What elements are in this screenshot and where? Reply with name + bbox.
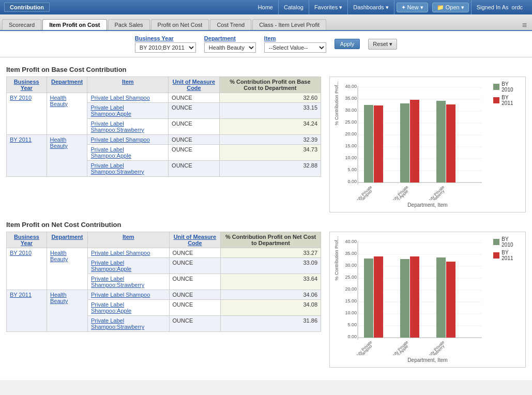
svg-text:40.00: 40.00 [345,239,357,244]
tab-class-item-level-profit[interactable]: Class - Item Level Profit [252,19,326,30]
cell-item[interactable]: Private Label Shampoo:Apple [87,145,169,161]
legend2-item-by2010: BY 2010 [493,236,521,248]
svg-text:20.00: 20.00 [345,286,357,292]
chart2-container: % Contribution Prof... 40.00 35.00 30.00… [334,236,521,355]
cell-dept[interactable]: Health Beauty [47,290,87,332]
cell-item[interactable]: Private Label Shampoo:Strawberry [87,119,169,135]
col-header-dept1[interactable]: Department [47,77,87,93]
cell-year[interactable]: BY 2010 [7,248,47,290]
cell-uom: OUNCE [169,290,221,300]
cell-item[interactable]: Private Label Shampoo:Apple [87,258,169,274]
tab-scorecard[interactable]: Scorecard [2,19,41,30]
svg-text:30.00: 30.00 [345,108,357,113]
bar-g1-by2010 [364,105,373,183]
tab-cost-trend[interactable]: Cost Trend [210,19,251,30]
tab-overflow-icon[interactable]: ≡ [519,21,530,30]
cell-uom: OUNCE [169,316,221,332]
cell-year[interactable]: BY 2011 [7,135,47,177]
svg-text:5.00: 5.00 [347,167,357,172]
cell-item[interactable]: Private Label Shampoo:Apple [87,300,169,316]
cell-item[interactable]: Private Label Shampoo:Strawberry [87,274,169,290]
tab-bar: Scorecard Item Profit on Cost Pack Sales… [0,14,532,31]
chart1-container: % Contribution Prof... 40.00 35.00 30.00… [334,81,521,200]
nav-favorites[interactable]: Favorites ▾ [309,0,348,14]
table-row: BY 2010 Health Beauty Private Label Sham… [7,248,321,258]
reset-button[interactable]: Reset ▾ [368,39,397,50]
open-button[interactable]: 📁 Open ▾ [432,3,469,12]
tab-profit-on-net-cost[interactable]: Profit on Net Cost [151,19,209,30]
cell-pct: 33.09 [221,258,321,274]
cell-uom: OUNCE [169,93,220,103]
bar-g2-by2011 [410,100,419,183]
bar-g3-by2011 [446,104,455,183]
cell-item[interactable]: Private Label Shampoo [87,248,169,258]
cell-item[interactable]: Private Label Shampoo [87,93,169,103]
cell-item[interactable]: Private Label Shampoo:Apple [87,103,169,119]
bar2-g2-by2010 [400,259,409,338]
col-header-item2[interactable]: Item [87,232,169,248]
main-content: Item Profit on Base Cost Contribution Bu… [0,57,532,380]
cell-dept[interactable]: Health Beauty [47,93,87,135]
cell-item[interactable]: Private Label Shampoo [87,135,169,145]
col-header-uom1[interactable]: Unit of Measure Code [169,77,220,93]
cell-dept[interactable]: Health Beauty [47,248,87,290]
filter-item: Item --Select Value-- [264,35,326,53]
tab-item-profit-on-cost[interactable]: Item Profit on Cost [42,19,107,30]
cell-year[interactable]: BY 2011 [7,290,47,332]
department-select[interactable]: Health Beauty [204,42,256,53]
col-header-year1[interactable]: Business Year [7,77,47,93]
col-header-pct1: % Contribution Profit on Base Cost to De… [219,77,321,93]
cell-item[interactable]: Private Label Shampoo [87,290,169,300]
nav-home[interactable]: Home [253,0,279,14]
col-header-item1[interactable]: Item [87,77,169,93]
col-header-dept2[interactable]: Department [47,232,87,248]
cell-item[interactable]: Private Label Shampoo:Strawberry [87,316,169,332]
item-label: Item [264,35,326,41]
cell-year[interactable]: BY 2010 [7,93,47,135]
legend-item-by2011: BY 2011 [493,95,521,106]
chart2-legend: BY 2010 BY 2011 [493,236,521,261]
business-year-label: Business Year [135,35,196,41]
col-header-year2[interactable]: Business Year [7,232,47,248]
nav-catalog[interactable]: Catalog [279,0,309,14]
chart1-ylabel: % Contribution Prof... [334,81,339,126]
cell-uom: OUNCE [169,145,220,161]
signed-in-label: Signed In As ordc [471,0,528,14]
filter-department: Department Health Beauty [204,35,256,53]
section1-table: Business Year Department Item Unit of Me… [6,77,321,177]
svg-text:40.00: 40.00 [345,84,357,89]
svg-text:30.00: 30.00 [345,263,357,268]
section1-row: Business Year Department Item Unit of Me… [6,77,526,212]
apply-button[interactable]: Apply [335,39,360,49]
business-year-select[interactable]: BY 2010;BY 2011 [135,42,196,53]
bar-g1-by2011 [374,105,383,183]
legend-label-by2010: BY 2010 [501,81,521,93]
svg-text:0.00: 0.00 [347,334,357,339]
legend2-color-by2011 [493,252,499,259]
bar2-g3-by2011 [446,262,455,338]
legend2-color-by2010 [493,239,499,245]
cell-dept[interactable]: Health Beauty [47,135,87,177]
cell-uom: OUNCE [169,258,221,274]
item-select[interactable]: --Select Value-- [264,42,326,53]
section1-table-container: Business Year Department Item Unit of Me… [6,77,321,212]
legend-color-by2010 [493,84,499,90]
table-row: BY 2011 Health Beauty Private Label Sham… [7,135,321,145]
table-row: BY 2010 Health Beauty Private Label Sham… [7,93,321,103]
col-header-uom2[interactable]: Unit of Measure Code [169,232,221,248]
svg-text:10.00: 10.00 [345,310,357,315]
cell-pct: 33.15 [219,103,321,119]
section2-table: Business Year Department Item Unit of Me… [6,232,321,332]
tab-pack-sales[interactable]: Pack Sales [108,19,150,30]
filter-bar: Business Year BY 2010;BY 2011 Department… [0,31,532,57]
section2-table-container: Business Year Department Item Unit of Me… [6,232,321,368]
cell-uom: OUNCE [169,161,220,177]
cell-uom: OUNCE [169,248,221,258]
nav-dashboards[interactable]: Dashboards ▾ [348,0,394,14]
cell-item[interactable]: Private Label Shampoo:Strawberry [87,161,169,177]
new-button[interactable]: ✦ New ▾ [397,3,428,12]
filter-business-year: Business Year BY 2010;BY 2011 [135,35,196,53]
cell-uom: OUNCE [169,135,220,145]
legend-color-by2011 [493,97,499,103]
bar2-g1-by2011 [374,256,383,338]
